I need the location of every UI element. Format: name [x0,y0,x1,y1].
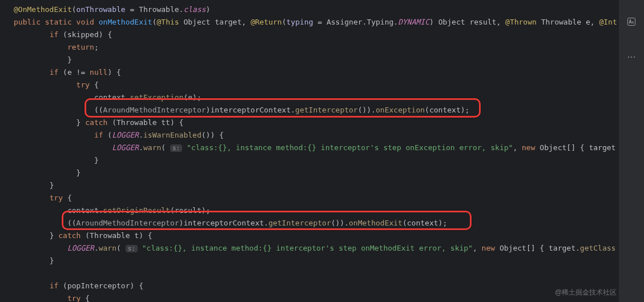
code-line: } [0,54,617,66]
code-line: } [0,167,617,179]
svg-point-1 [628,57,629,58]
right-gutter [618,0,644,302]
code-editor[interactable]: @OnMethodExit(onThrowable = Throwable.cl… [0,0,617,302]
code-line: if (skipped) { [0,29,617,41]
code-line [0,267,617,280]
svg-rect-0 [628,18,635,26]
code-line: if (LOGGER.isWarnEnabled()) { [0,129,617,142]
code-line: } [0,179,617,192]
code-line: try { [0,79,617,91]
code-line: } [0,154,617,167]
code-line: try { [0,192,617,204]
param-hint: s: [170,144,182,152]
code-line: if (e != null) { [0,66,617,79]
svg-point-3 [634,57,635,58]
code-line: LOGGER.warn( s: "class:{}, instance meth… [0,242,617,255]
code-line: if (popInterceptor) { [0,280,617,292]
code-line: LOGGER.warn( s: "class:{}, instance meth… [0,142,617,154]
code-line: ((AroundMethodInterceptor)interceptorCon… [0,104,617,116]
code-line: } catch (Throwable tt) { [0,116,617,129]
code-line: } catch (Throwable t) { [0,229,617,242]
code-line: context.setException(e); [0,91,617,104]
code-line: @OnMethodExit(onThrowable = Throwable.cl… [0,3,617,16]
code-line: ((AroundMethodInterceptor)interceptorCon… [0,217,617,229]
font-size-icon[interactable] [627,17,636,26]
svg-point-2 [631,57,632,58]
param-hint: s: [126,245,138,252]
code-line: try { [0,292,617,302]
more-icon[interactable] [627,53,636,62]
code-line: return; [0,41,617,54]
code-line: } [0,255,617,267]
code-line: context.setOriginResult(result); [0,204,617,217]
watermark: @稀土掘金技术社区 [555,286,617,299]
code-line: public static void onMethodExit(@This Ob… [0,16,617,29]
